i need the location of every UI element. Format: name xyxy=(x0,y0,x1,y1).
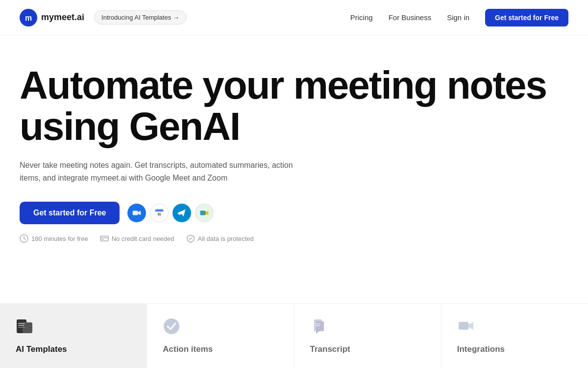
feature-ai-templates-label: AI Templates xyxy=(16,344,131,354)
hero-cta-row: Get started for Free 31 xyxy=(20,202,568,224)
shield-icon xyxy=(186,234,195,243)
svg-marker-30 xyxy=(468,322,473,330)
feature-action-items-label: Action items xyxy=(163,344,278,354)
svg-rect-13 xyxy=(200,211,203,215)
header-cta-button[interactable]: Get started for Free xyxy=(485,9,568,26)
integration-icons: 31 xyxy=(127,204,214,222)
hero-section: Automate your meeting notes using GenAI … xyxy=(0,35,588,243)
hero-trust: 180 minutes for free No credit card need… xyxy=(20,234,568,243)
google-calendar-icon: 31 xyxy=(150,204,169,222)
svg-rect-2 xyxy=(133,211,138,215)
hero-cta-button[interactable]: Get started for Free xyxy=(20,202,120,224)
credit-card-icon xyxy=(100,234,109,243)
svg-rect-29 xyxy=(459,322,468,330)
ai-templates-icon xyxy=(16,317,131,339)
svg-rect-20 xyxy=(101,239,104,240)
trust-minutes-text: 180 minutes for free xyxy=(31,235,88,242)
header-nav: Pricing For Business Sign in Get started… xyxy=(350,9,568,26)
transcript-icon xyxy=(310,317,425,339)
intro-badge-text: Introducing AI Templates → xyxy=(101,14,179,21)
hero-headline-line1: Automate your meeting notes xyxy=(20,63,546,107)
google-meet-icon xyxy=(127,204,146,222)
hero-subtitle: Never take meeting notes again. Get tran… xyxy=(20,159,294,184)
trust-protected: All data is protected xyxy=(186,234,254,243)
nav-sign-in[interactable]: Sign in xyxy=(447,13,469,22)
feature-transcript-label: Transcript xyxy=(310,344,425,354)
logo-icon: m xyxy=(20,9,37,26)
header-left: m mymeet.ai Introducing AI Templates → xyxy=(20,9,187,26)
svg-marker-3 xyxy=(138,211,141,215)
clock-icon xyxy=(20,234,28,243)
feature-integrations[interactable]: Integrations xyxy=(441,304,588,368)
nav-pricing[interactable]: Pricing xyxy=(350,13,373,22)
svg-text:31: 31 xyxy=(158,212,162,216)
google-meet-variant-icon xyxy=(195,204,214,222)
logo-text: mymeet.ai xyxy=(41,12,84,23)
integrations-icon xyxy=(457,317,572,339)
nav-for-business[interactable]: For Business xyxy=(389,13,432,22)
trust-protected-text: All data is protected xyxy=(198,235,254,242)
hero-headline: Automate your meeting notes using GenAI xyxy=(20,65,559,147)
svg-point-26 xyxy=(164,318,179,334)
svg-text:m: m xyxy=(25,14,32,22)
feature-action-items[interactable]: Action items xyxy=(147,304,294,368)
hero-headline-line2: using GenAI xyxy=(20,105,240,148)
svg-marker-12 xyxy=(206,211,209,215)
feature-transcript[interactable]: Transcript xyxy=(294,304,441,368)
svg-point-17 xyxy=(24,238,24,239)
trust-no-card: No credit card needed xyxy=(100,234,174,243)
feature-integrations-label: Integrations xyxy=(457,344,572,354)
header: m mymeet.ai Introducing AI Templates → P… xyxy=(0,0,588,35)
telegram-icon xyxy=(172,204,191,222)
logo[interactable]: m mymeet.ai xyxy=(20,9,84,26)
features-bar: AI Templates Action items Transcript xyxy=(0,303,588,368)
action-items-icon xyxy=(163,317,278,339)
trust-minutes: 180 minutes for free xyxy=(20,234,88,243)
svg-rect-18 xyxy=(100,236,108,241)
trust-no-card-text: No credit card needed xyxy=(112,235,174,242)
svg-rect-5 xyxy=(155,210,164,212)
feature-ai-templates[interactable]: AI Templates xyxy=(0,304,147,368)
intro-badge[interactable]: Introducing AI Templates → xyxy=(94,10,187,25)
